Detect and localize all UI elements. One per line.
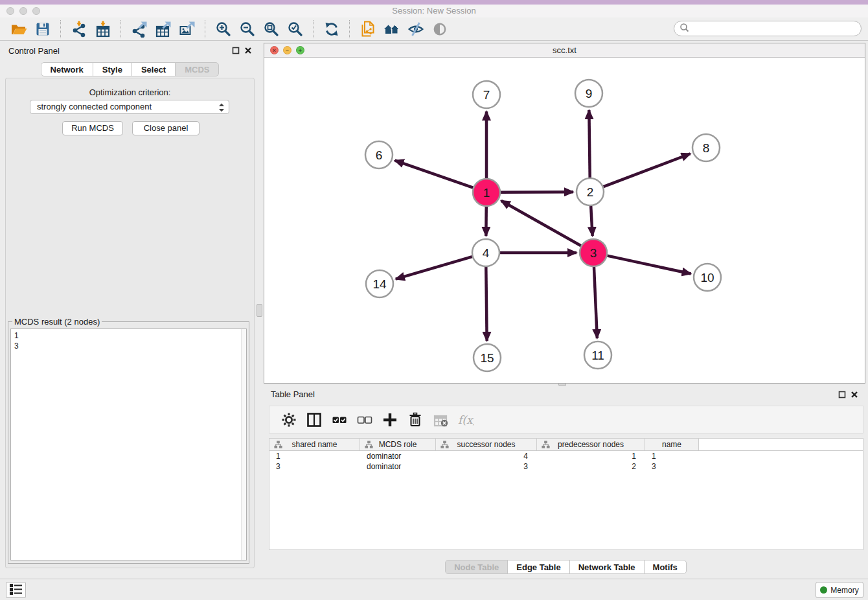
column-header-predecessor-nodes[interactable]: predecessor nodes	[537, 439, 645, 450]
edge-1-2[interactable]	[501, 192, 573, 192]
graph-node-8[interactable]: 8	[692, 134, 720, 161]
tab-edge-table[interactable]: Edge Table	[507, 560, 569, 574]
criterion-dropdown-value: strongly connected component	[37, 102, 152, 111]
close-table-panel-icon[interactable]	[851, 391, 858, 398]
result-scrollbar[interactable]	[241, 329, 246, 560]
save-session-icon[interactable]	[34, 20, 51, 38]
table-row[interactable]: 1dominator411	[269, 451, 863, 461]
column-header-label: predecessor nodes	[558, 440, 624, 449]
maximize-window-button[interactable]	[32, 7, 40, 15]
edge-2-3[interactable]	[591, 206, 592, 236]
table-settings-icon[interactable]	[280, 411, 297, 428]
memory-label: Memory	[830, 586, 858, 595]
svg-text:10: 10	[700, 271, 714, 284]
table-cell[interactable]: 2	[537, 461, 645, 472]
maximize-view-button[interactable]: +	[296, 46, 304, 54]
float-panel-icon[interactable]	[232, 47, 240, 54]
sort-hierarchy-icon	[364, 440, 374, 453]
criterion-dropdown[interactable]: strongly connected component	[30, 100, 229, 114]
graph-node-7[interactable]: 7	[473, 81, 500, 108]
edge-4-14[interactable]	[396, 257, 472, 279]
search-box[interactable]	[674, 21, 862, 36]
table-toolbar: f(x)	[269, 406, 863, 433]
graph-node-14[interactable]: 14	[366, 270, 393, 297]
table-cell[interactable]: 1	[269, 451, 360, 461]
mcds-result-box: MCDS result (2 nodes) 13	[8, 317, 249, 564]
tab-node-table[interactable]: Node Table	[445, 560, 508, 574]
deselect-all-icon[interactable]	[356, 411, 373, 428]
table-cell[interactable]: 3	[645, 461, 699, 472]
search-input[interactable]	[692, 24, 856, 33]
graph-node-9[interactable]: 9	[575, 80, 602, 107]
export-image-icon[interactable]	[178, 20, 196, 38]
tab-motifs[interactable]: Motifs	[644, 560, 687, 574]
graph-node-11[interactable]: 11	[584, 341, 611, 369]
new-network-from-selection-icon[interactable]	[359, 20, 376, 38]
edge-2-9[interactable]	[589, 110, 589, 178]
panel-resize-grip-vertical[interactable]	[257, 304, 262, 317]
graph-node-3[interactable]: 3	[580, 239, 607, 266]
task-history-button[interactable]	[6, 582, 26, 598]
add-row-icon[interactable]	[381, 411, 398, 428]
mcds-result-text[interactable]: 13	[10, 329, 247, 560]
column-header-label: name	[662, 440, 681, 449]
zoom-fit-icon[interactable]	[262, 20, 280, 38]
zoom-out-icon[interactable]	[238, 20, 256, 38]
graph-node-10[interactable]: 10	[694, 264, 721, 291]
column-header-MCDS-role[interactable]: MCDS role	[360, 439, 436, 450]
close-panel-button[interactable]: Close panel	[132, 121, 200, 135]
export-table-icon[interactable]	[154, 20, 172, 38]
minimize-window-button[interactable]	[19, 7, 27, 15]
zoom-selected-icon[interactable]	[286, 20, 304, 38]
toggle-graphics-details-icon[interactable]	[431, 20, 448, 38]
column-header-name[interactable]: name	[645, 439, 699, 450]
table-row[interactable]: 3dominator323	[269, 461, 863, 472]
run-mcds-button[interactable]: Run MCDS	[62, 121, 123, 135]
tab-select[interactable]: Select	[131, 62, 176, 76]
show-columns-icon[interactable]	[305, 411, 323, 428]
table-cell[interactable]: 4	[436, 451, 537, 461]
graph-node-1[interactable]: 1	[473, 179, 500, 206]
tab-mcds[interactable]: MCDS	[175, 62, 219, 76]
home-icon[interactable]	[383, 20, 400, 38]
tab-network[interactable]: Network	[41, 62, 93, 76]
graph-node-15[interactable]: 15	[474, 344, 501, 371]
memory-status-icon	[820, 586, 827, 594]
edge-3-11[interactable]	[594, 267, 597, 338]
graph-node-4[interactable]: 4	[472, 239, 499, 266]
close-panel-icon[interactable]	[244, 47, 252, 54]
float-table-panel-icon[interactable]	[838, 391, 846, 398]
graph-node-2[interactable]: 2	[577, 178, 604, 205]
edge-3-1[interactable]	[501, 201, 581, 246]
export-network-icon[interactable]	[130, 20, 148, 38]
minimize-view-button[interactable]: −	[283, 46, 291, 54]
graph-node-6[interactable]: 6	[365, 141, 393, 168]
column-header-label: MCDS role	[379, 440, 417, 449]
import-network-icon[interactable]	[70, 20, 87, 38]
tab-style[interactable]: Style	[93, 62, 132, 76]
import-table-icon[interactable]	[94, 20, 111, 38]
edge-4-15[interactable]	[486, 267, 486, 341]
close-window-button[interactable]	[6, 7, 14, 15]
column-header-shared-name[interactable]: shared name	[269, 439, 360, 450]
hide-graphics-details-icon[interactable]	[407, 20, 424, 38]
open-session-icon[interactable]	[10, 20, 27, 38]
table-cell[interactable]: 3	[436, 461, 537, 472]
edge-1-6[interactable]	[395, 161, 474, 188]
tab-network-table[interactable]: Network Table	[569, 560, 645, 574]
delete-row-icon[interactable]	[406, 411, 424, 428]
toolbar-separator	[349, 20, 350, 38]
select-all-icon[interactable]	[330, 411, 348, 428]
refresh-layout-icon[interactable]	[323, 20, 340, 38]
table-cell[interactable]: 1	[537, 451, 645, 461]
close-view-button[interactable]: ×	[270, 46, 279, 54]
svg-text:14: 14	[372, 277, 387, 291]
table-cell[interactable]: 3	[269, 461, 360, 472]
zoom-in-icon[interactable]	[214, 20, 232, 38]
edge-2-8[interactable]	[604, 154, 691, 187]
memory-button[interactable]: Memory	[816, 582, 863, 598]
edge-3-10[interactable]	[608, 256, 691, 274]
table-cell[interactable]: 1	[645, 451, 699, 461]
column-header-successor-nodes[interactable]: successor nodes	[436, 439, 537, 450]
table-cell[interactable]: dominator	[360, 461, 436, 472]
